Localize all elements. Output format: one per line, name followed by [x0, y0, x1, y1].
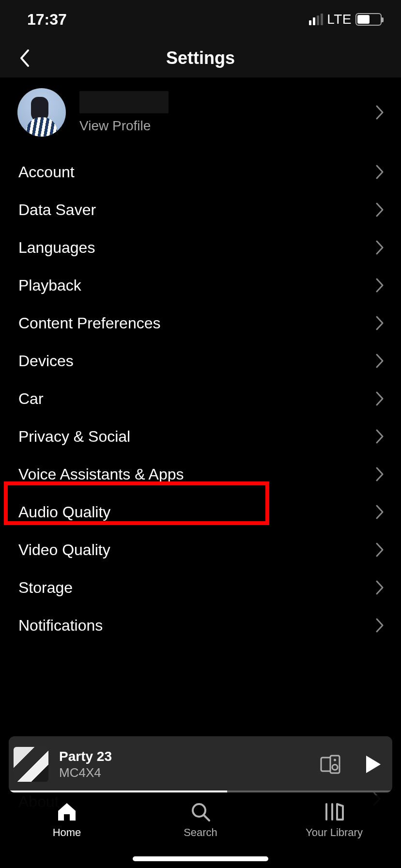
- settings-item-languages[interactable]: Languages: [0, 229, 401, 266]
- chevron-right-icon: [375, 428, 385, 445]
- profile-row[interactable]: View Profile: [0, 78, 401, 153]
- settings-item-label: Languages: [18, 239, 95, 257]
- battery-icon: [355, 13, 382, 26]
- settings-item-playback[interactable]: Playback: [0, 266, 401, 304]
- home-indicator[interactable]: [133, 856, 268, 861]
- settings-item-label: Account: [18, 163, 75, 181]
- status-time: 17:37: [27, 11, 67, 29]
- settings-item-label: Content Preferences: [18, 314, 161, 332]
- chevron-right-icon: [375, 353, 385, 369]
- header: Settings: [0, 39, 401, 78]
- status-bar: 17:37 LTE: [0, 0, 401, 39]
- settings-item-account[interactable]: Account: [0, 153, 401, 191]
- chevron-right-icon: [375, 104, 385, 121]
- settings-item-audio-quality[interactable]: Audio Quality: [0, 493, 401, 531]
- chevron-right-icon: [375, 617, 385, 634]
- nav-library[interactable]: Your Library: [286, 801, 383, 868]
- svg-marker-4: [366, 756, 381, 773]
- settings-item-label: Audio Quality: [18, 503, 110, 521]
- profile-name-redacted: [79, 91, 169, 113]
- status-right: LTE: [309, 12, 382, 27]
- settings-item-content-preferences[interactable]: Content Preferences: [0, 304, 401, 342]
- chevron-right-icon: [375, 202, 385, 218]
- home-icon: [56, 801, 77, 822]
- nav-search-label: Search: [184, 826, 217, 839]
- settings-item-label: Car: [18, 390, 44, 408]
- album-art: [14, 747, 48, 782]
- settings-content: View Profile AccountData SaverLanguagesP…: [0, 78, 401, 868]
- settings-item-car[interactable]: Car: [0, 380, 401, 418]
- search-icon: [190, 801, 211, 822]
- settings-item-notifications[interactable]: Notifications: [0, 606, 401, 644]
- chevron-right-icon: [375, 542, 385, 558]
- back-button[interactable]: [13, 46, 36, 70]
- library-icon: [324, 801, 345, 822]
- chevron-right-icon: [375, 315, 385, 331]
- now-playing-bar[interactable]: Party 23 MC4X4: [9, 736, 392, 792]
- view-profile-label: View Profile: [79, 118, 375, 134]
- settings-item-label: Video Quality: [18, 541, 110, 559]
- settings-item-label: Devices: [18, 352, 74, 370]
- play-icon[interactable]: [364, 755, 382, 774]
- chevron-right-icon: [375, 164, 385, 180]
- settings-item-devices[interactable]: Devices: [0, 342, 401, 380]
- progress-track[interactable]: [9, 790, 392, 792]
- chevron-right-icon: [375, 504, 385, 520]
- page-title: Settings: [0, 48, 401, 68]
- now-playing-title: Party 23: [59, 749, 320, 764]
- settings-item-privacy-social[interactable]: Privacy & Social: [0, 418, 401, 455]
- svg-line-6: [204, 815, 209, 821]
- progress-fill: [9, 790, 227, 792]
- settings-item-storage[interactable]: Storage: [0, 569, 401, 606]
- settings-item-label: Playback: [18, 277, 81, 294]
- chevron-right-icon: [375, 579, 385, 596]
- network-label: LTE: [327, 12, 352, 27]
- settings-item-voice-assistants-apps[interactable]: Voice Assistants & Apps: [0, 455, 401, 493]
- settings-item-label: Voice Assistants & Apps: [18, 465, 184, 483]
- settings-item-data-saver[interactable]: Data Saver: [0, 191, 401, 229]
- chevron-right-icon: [375, 390, 385, 407]
- chevron-right-icon: [375, 239, 385, 256]
- svg-point-2: [334, 759, 336, 761]
- settings-item-video-quality[interactable]: Video Quality: [0, 531, 401, 569]
- chevron-right-icon: [375, 466, 385, 482]
- now-playing-artist: MC4X4: [59, 765, 320, 780]
- settings-item-label: Notifications: [18, 617, 103, 635]
- settings-item-label: Data Saver: [18, 201, 96, 219]
- chevron-right-icon: [375, 277, 385, 294]
- avatar: [17, 88, 66, 137]
- settings-item-label: Storage: [18, 579, 73, 597]
- nav-library-label: Your Library: [306, 826, 363, 839]
- nav-home[interactable]: Home: [18, 801, 115, 868]
- devices-icon[interactable]: [320, 755, 341, 774]
- settings-item-label: Privacy & Social: [18, 428, 130, 446]
- settings-list: AccountData SaverLanguagesPlaybackConten…: [0, 153, 401, 644]
- signal-icon: [309, 14, 323, 25]
- nav-home-label: Home: [53, 826, 81, 839]
- chevron-left-icon: [18, 48, 30, 68]
